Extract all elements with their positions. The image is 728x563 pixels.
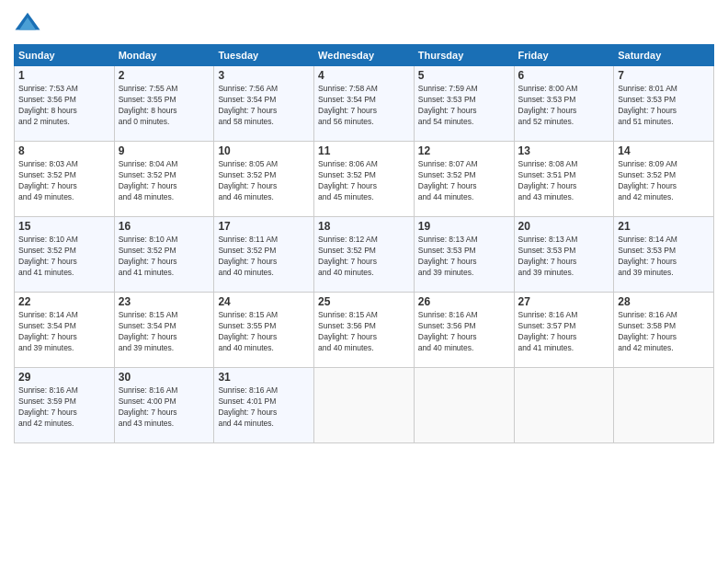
day-number: 12 — [418, 144, 510, 157]
day-info: Sunrise: 8:09 AMSunset: 3:52 PMDaylight:… — [618, 159, 710, 203]
day-info: Sunrise: 8:00 AMSunset: 3:53 PMDaylight:… — [518, 84, 610, 128]
day-number: 24 — [218, 295, 310, 308]
calendar-week: 22Sunrise: 8:14 AMSunset: 3:54 PMDayligh… — [15, 293, 714, 368]
calendar-cell: 25Sunrise: 8:15 AMSunset: 3:56 PMDayligh… — [314, 293, 415, 368]
calendar-week: 1Sunrise: 7:53 AMSunset: 3:56 PMDaylight… — [15, 66, 714, 142]
calendar-cell: 9Sunrise: 8:04 AMSunset: 3:52 PMDaylight… — [114, 142, 214, 217]
day-info: Sunrise: 7:58 AMSunset: 3:54 PMDaylight:… — [318, 84, 410, 128]
header — [14, 9, 714, 37]
day-info: Sunrise: 7:55 AMSunset: 3:55 PMDaylight:… — [119, 84, 210, 128]
calendar-cell: 10Sunrise: 8:05 AMSunset: 3:52 PMDayligh… — [214, 142, 314, 217]
weekday-header: Sunday — [15, 45, 115, 66]
day-info: Sunrise: 8:15 AMSunset: 3:54 PMDaylight:… — [119, 310, 210, 354]
weekday-header: Friday — [514, 45, 614, 66]
weekday-header: Monday — [114, 45, 214, 66]
day-info: Sunrise: 8:06 AMSunset: 3:52 PMDaylight:… — [318, 159, 410, 203]
day-info: Sunrise: 8:16 AMSunset: 3:57 PMDaylight:… — [518, 310, 610, 354]
calendar-cell: 23Sunrise: 8:15 AMSunset: 3:54 PMDayligh… — [114, 293, 214, 368]
day-info: Sunrise: 8:16 AMSunset: 3:59 PMDaylight:… — [18, 385, 110, 430]
calendar-cell: 3Sunrise: 7:56 AMSunset: 3:54 PMDaylight… — [214, 66, 314, 142]
weekday-header: Thursday — [414, 45, 514, 66]
day-number: 7 — [618, 69, 710, 82]
calendar-body: 1Sunrise: 7:53 AMSunset: 3:56 PMDaylight… — [15, 66, 714, 443]
calendar-cell: 31Sunrise: 8:16 AMSunset: 4:01 PMDayligh… — [214, 368, 314, 443]
calendar-cell: 20Sunrise: 8:13 AMSunset: 3:53 PMDayligh… — [514, 217, 614, 293]
calendar-cell: 14Sunrise: 8:09 AMSunset: 3:52 PMDayligh… — [614, 142, 714, 217]
day-number: 1 — [18, 69, 110, 82]
day-info: Sunrise: 7:53 AMSunset: 3:56 PMDaylight:… — [18, 84, 110, 128]
calendar-cell: 6Sunrise: 8:00 AMSunset: 3:53 PMDaylight… — [514, 66, 614, 142]
calendar-cell: 27Sunrise: 8:16 AMSunset: 3:57 PMDayligh… — [514, 293, 614, 368]
day-number: 30 — [119, 371, 210, 384]
day-info: Sunrise: 8:04 AMSunset: 3:52 PMDaylight:… — [119, 159, 210, 203]
day-number: 6 — [518, 69, 610, 82]
day-number: 27 — [518, 295, 610, 308]
calendar-cell: 28Sunrise: 8:16 AMSunset: 3:58 PMDayligh… — [614, 293, 714, 368]
day-number: 5 — [418, 69, 510, 82]
logo-icon — [14, 9, 41, 37]
calendar: SundayMondayTuesdayWednesdayThursdayFrid… — [14, 44, 714, 443]
calendar-cell: 8Sunrise: 8:03 AMSunset: 3:52 PMDaylight… — [15, 142, 115, 217]
day-info: Sunrise: 8:12 AMSunset: 3:52 PMDaylight:… — [318, 235, 410, 279]
day-info: Sunrise: 8:14 AMSunset: 3:53 PMDaylight:… — [618, 235, 710, 279]
day-info: Sunrise: 8:10 AMSunset: 3:52 PMDaylight:… — [119, 235, 210, 279]
day-info: Sunrise: 8:07 AMSunset: 3:52 PMDaylight:… — [418, 159, 510, 203]
logo — [14, 9, 45, 37]
calendar-cell: 18Sunrise: 8:12 AMSunset: 3:52 PMDayligh… — [314, 217, 415, 293]
day-number: 16 — [119, 220, 210, 233]
day-info: Sunrise: 8:16 AMSunset: 3:56 PMDaylight:… — [418, 310, 510, 354]
day-number: 20 — [518, 220, 610, 233]
calendar-cell: 4Sunrise: 7:58 AMSunset: 3:54 PMDaylight… — [314, 66, 415, 142]
day-info: Sunrise: 8:05 AMSunset: 3:52 PMDaylight:… — [218, 159, 310, 203]
day-number: 18 — [318, 220, 410, 233]
day-info: Sunrise: 8:16 AMSunset: 4:01 PMDaylight:… — [218, 385, 310, 430]
calendar-cell — [414, 368, 514, 443]
weekday-header: Saturday — [614, 45, 714, 66]
day-info: Sunrise: 8:11 AMSunset: 3:52 PMDaylight:… — [218, 235, 310, 279]
day-info: Sunrise: 8:14 AMSunset: 3:54 PMDaylight:… — [18, 310, 110, 354]
weekday-header: Tuesday — [214, 45, 314, 66]
calendar-cell: 21Sunrise: 8:14 AMSunset: 3:53 PMDayligh… — [614, 217, 714, 293]
day-info: Sunrise: 8:13 AMSunset: 3:53 PMDaylight:… — [518, 235, 610, 279]
calendar-cell: 24Sunrise: 8:15 AMSunset: 3:55 PMDayligh… — [214, 293, 314, 368]
calendar-cell: 15Sunrise: 8:10 AMSunset: 3:52 PMDayligh… — [15, 217, 115, 293]
calendar-cell: 16Sunrise: 8:10 AMSunset: 3:52 PMDayligh… — [114, 217, 214, 293]
calendar-cell: 17Sunrise: 8:11 AMSunset: 3:52 PMDayligh… — [214, 217, 314, 293]
day-info: Sunrise: 8:15 AMSunset: 3:56 PMDaylight:… — [318, 310, 410, 354]
day-number: 9 — [119, 144, 210, 157]
day-number: 13 — [518, 144, 610, 157]
day-number: 17 — [218, 220, 310, 233]
day-info: Sunrise: 8:13 AMSunset: 3:53 PMDaylight:… — [418, 235, 510, 279]
day-number: 3 — [218, 69, 310, 82]
calendar-cell: 7Sunrise: 8:01 AMSunset: 3:53 PMDaylight… — [614, 66, 714, 142]
day-number: 8 — [18, 144, 110, 157]
day-info: Sunrise: 8:15 AMSunset: 3:55 PMDaylight:… — [218, 310, 310, 354]
day-number: 31 — [218, 371, 310, 384]
calendar-cell: 11Sunrise: 8:06 AMSunset: 3:52 PMDayligh… — [314, 142, 415, 217]
day-number: 19 — [418, 220, 510, 233]
calendar-week: 8Sunrise: 8:03 AMSunset: 3:52 PMDaylight… — [15, 142, 714, 217]
day-number: 21 — [618, 220, 710, 233]
page: SundayMondayTuesdayWednesdayThursdayFrid… — [0, 0, 728, 563]
calendar-cell — [314, 368, 415, 443]
day-number: 28 — [618, 295, 710, 308]
day-info: Sunrise: 8:16 AMSunset: 3:58 PMDaylight:… — [618, 310, 710, 354]
calendar-cell: 26Sunrise: 8:16 AMSunset: 3:56 PMDayligh… — [414, 293, 514, 368]
day-info: Sunrise: 7:56 AMSunset: 3:54 PMDaylight:… — [218, 84, 310, 128]
weekday-header: Wednesday — [314, 45, 415, 66]
day-info: Sunrise: 8:16 AMSunset: 4:00 PMDaylight:… — [119, 385, 210, 430]
day-number: 29 — [18, 371, 110, 384]
calendar-header: SundayMondayTuesdayWednesdayThursdayFrid… — [15, 45, 714, 66]
calendar-cell: 30Sunrise: 8:16 AMSunset: 4:00 PMDayligh… — [114, 368, 214, 443]
calendar-cell: 29Sunrise: 8:16 AMSunset: 3:59 PMDayligh… — [15, 368, 115, 443]
day-number: 2 — [119, 69, 210, 82]
day-info: Sunrise: 8:03 AMSunset: 3:52 PMDaylight:… — [18, 159, 110, 203]
day-number: 10 — [218, 144, 310, 157]
calendar-cell: 2Sunrise: 7:55 AMSunset: 3:55 PMDaylight… — [114, 66, 214, 142]
day-info: Sunrise: 7:59 AMSunset: 3:53 PMDaylight:… — [418, 84, 510, 128]
day-number: 4 — [318, 69, 410, 82]
day-number: 26 — [418, 295, 510, 308]
calendar-cell: 12Sunrise: 8:07 AMSunset: 3:52 PMDayligh… — [414, 142, 514, 217]
day-number: 22 — [18, 295, 110, 308]
day-info: Sunrise: 8:08 AMSunset: 3:51 PMDaylight:… — [518, 159, 610, 203]
